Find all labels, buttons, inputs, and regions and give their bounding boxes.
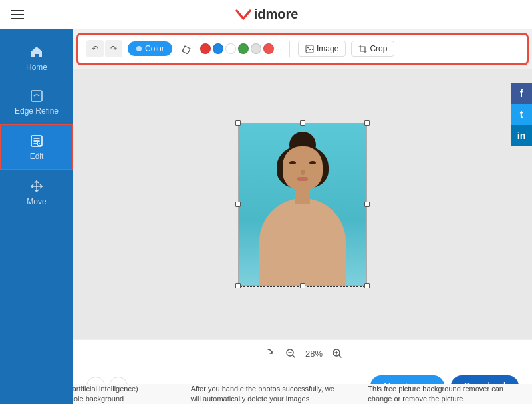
- more-swatches[interactable]: ···: [276, 45, 281, 53]
- canvas-area: [73, 69, 532, 339]
- sidebar-item-edge-refine[interactable]: Edge Refine: [0, 80, 73, 124]
- undo-button[interactable]: ↶: [86, 40, 104, 57]
- footer-col-2: After you handle the photos successfully…: [191, 384, 342, 404]
- eraser-icon: [181, 43, 192, 54]
- handle-bottom-right[interactable]: [364, 283, 370, 288]
- handle-top-center[interactable]: [300, 120, 305, 126]
- undo-redo-group: ↶ ↷: [86, 40, 122, 57]
- sidebar: Home Edge Refine Edit: [0, 29, 73, 404]
- color-swatches: ···: [200, 43, 281, 54]
- social-bar: f t in: [511, 83, 532, 146]
- page-footer: Equipped with AI (artificial intelligenc…: [0, 384, 532, 404]
- face: [283, 146, 323, 190]
- home-icon: [29, 44, 45, 60]
- image-label: Image: [317, 44, 338, 53]
- logo-icon: [234, 8, 253, 21]
- svg-point-7: [307, 46, 309, 47]
- photo-background: [239, 124, 366, 285]
- swatch-green[interactable]: [238, 43, 249, 54]
- color-label: Color: [145, 44, 164, 53]
- move-label: Move: [27, 197, 46, 206]
- logo-text: idmore: [254, 7, 299, 22]
- edge-refine-icon: [29, 88, 45, 104]
- crop-button[interactable]: Crop: [351, 41, 394, 57]
- handle-bottom-left[interactable]: [235, 283, 241, 288]
- swatch-red[interactable]: [200, 43, 211, 54]
- main-area: Home Edge Refine Edit: [0, 29, 532, 404]
- body: [259, 198, 346, 285]
- handle-top-left[interactable]: [235, 120, 241, 126]
- zoom-out-icon: [285, 348, 296, 359]
- toolbar: ↶ ↷ Color: [78, 35, 527, 63]
- swatch-white[interactable]: [225, 43, 236, 54]
- swatch-blue[interactable]: [213, 43, 223, 54]
- image-container[interactable]: [238, 123, 367, 286]
- image-icon: [305, 45, 314, 53]
- svg-line-5: [182, 46, 185, 51]
- edge-refine-label: Edge Refine: [15, 106, 59, 116]
- person-figure: [256, 132, 349, 285]
- swatch-gray[interactable]: [251, 43, 261, 54]
- svg-line-10: [293, 355, 295, 357]
- home-label: Home: [26, 63, 47, 72]
- sidebar-item-move[interactable]: Move: [0, 170, 73, 214]
- zoom-out-button[interactable]: [283, 345, 299, 361]
- top-navigation: idmore: [0, 0, 532, 29]
- move-icon: [29, 178, 45, 194]
- sidebar-item-edit[interactable]: Edit: [0, 124, 73, 170]
- edit-label: Edit: [30, 152, 44, 161]
- linkedin-button[interactable]: in: [511, 125, 532, 146]
- eraser-button[interactable]: [178, 40, 195, 57]
- svg-marker-4: [182, 46, 190, 54]
- hamburger-menu[interactable]: [11, 10, 24, 19]
- color-circle-icon: [136, 45, 142, 52]
- rotate-icon: [263, 348, 273, 359]
- twitter-button[interactable]: t: [511, 104, 532, 125]
- handle-middle-right[interactable]: [364, 202, 370, 207]
- sidebar-item-home[interactable]: Home: [0, 36, 73, 80]
- image-button[interactable]: Image: [298, 41, 346, 57]
- color-button[interactable]: Color: [128, 41, 172, 56]
- zoom-in-button[interactable]: [329, 345, 345, 361]
- rotate-button[interactable]: [260, 345, 276, 361]
- zoom-in-icon: [332, 348, 342, 359]
- image-display: [238, 123, 367, 286]
- neck: [295, 187, 310, 204]
- handle-middle-left[interactable]: [235, 202, 241, 207]
- crop-label: Crop: [370, 44, 387, 53]
- svg-point-3: [136, 46, 142, 51]
- footer-col-3: This free picture background remover can…: [368, 384, 519, 404]
- svg-rect-6: [306, 45, 313, 53]
- edit-icon: [29, 133, 45, 149]
- handle-bottom-center[interactable]: [300, 283, 305, 288]
- swatch-lightred[interactable]: [263, 43, 274, 54]
- logo: idmore: [234, 7, 299, 22]
- svg-rect-0: [31, 91, 42, 101]
- svg-line-14: [339, 355, 341, 357]
- redo-button[interactable]: ↷: [105, 40, 122, 57]
- toolbar-divider: [289, 41, 290, 57]
- facebook-button[interactable]: f: [511, 83, 532, 104]
- handle-top-right[interactable]: [364, 120, 370, 126]
- zoom-level: 28%: [305, 349, 323, 359]
- editor-panel: ↶ ↷ Color: [73, 29, 532, 404]
- crop-icon: [358, 45, 367, 53]
